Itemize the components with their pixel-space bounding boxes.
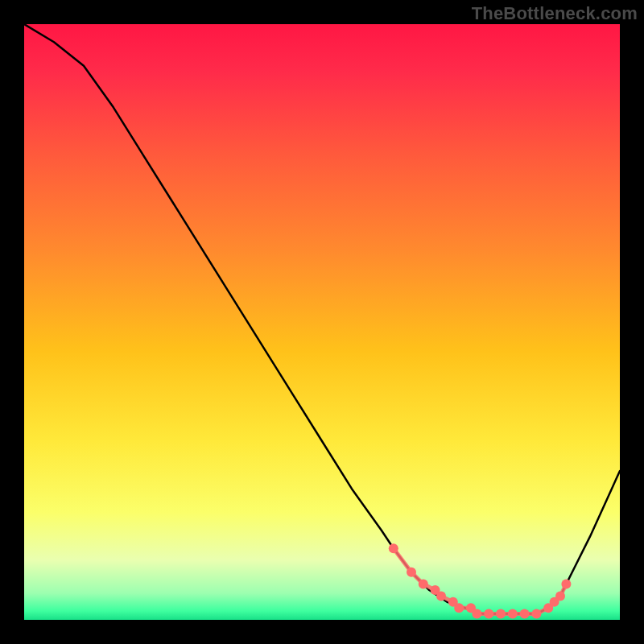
watermark-label: TheBottleneck.com bbox=[472, 3, 638, 24]
marker-point bbox=[520, 609, 530, 619]
chart-frame: TheBottleneck.com bbox=[0, 0, 644, 644]
marker-point bbox=[561, 580, 571, 589]
plot-background bbox=[24, 24, 620, 620]
marker-point bbox=[531, 609, 541, 619]
marker-point bbox=[496, 609, 506, 619]
marker-point bbox=[436, 591, 446, 601]
marker-point bbox=[389, 543, 398, 553]
marker-point bbox=[484, 609, 493, 619]
marker-point bbox=[419, 580, 428, 589]
marker-point bbox=[407, 568, 416, 577]
marker-point bbox=[555, 591, 565, 601]
marker-point bbox=[508, 609, 518, 619]
marker-point bbox=[472, 609, 481, 619]
bottleneck-chart bbox=[0, 0, 644, 644]
marker-point bbox=[454, 603, 464, 613]
